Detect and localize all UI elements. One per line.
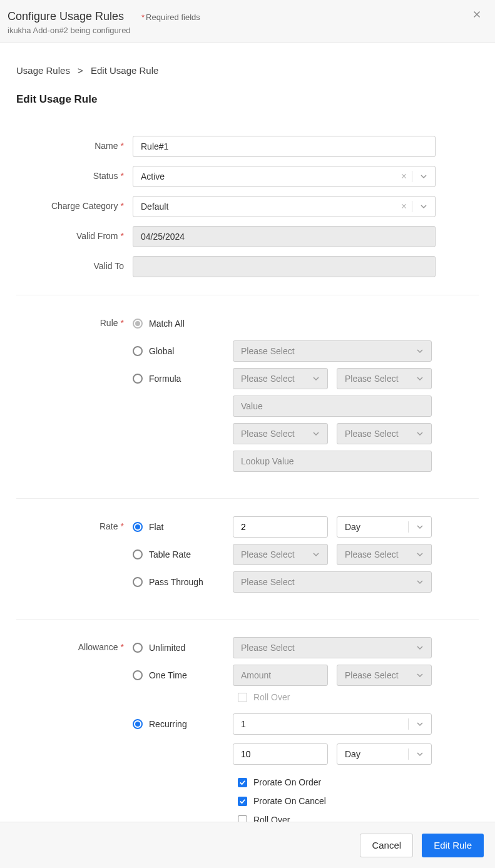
allowance-onetime-select: Please Select [337,665,432,686]
label-rate: Rate* [16,516,133,531]
radio-icon [133,549,143,559]
formula-value-input [233,396,432,417]
label-valid-to: Valid To [16,256,133,271]
rollover-checkbox[interactable] [238,815,247,822]
label-status: Status* [16,166,133,181]
rule-global-select: Please Select [233,340,432,362]
label-name: Name* [16,136,133,151]
radio-icon [133,643,143,653]
label-allowance: Allowance* [16,637,133,652]
recurring-qty-select[interactable]: 1 [233,713,432,735]
chevron-down-icon [309,375,324,382]
prorate-cancel-checkbox[interactable] [238,797,247,806]
chevron-down-icon [412,720,427,728]
radio-icon [133,522,143,532]
formula-select-4: Please Select [337,423,432,444]
allowance-recurring-option[interactable]: Recurring [133,719,233,729]
rate-passthrough-select: Please Select [233,571,432,593]
chevron-down-icon [416,173,431,180]
breadcrumb-chevron: > [78,65,83,76]
recurring-amount-input[interactable] [233,743,328,765]
valid-from-input [133,226,436,247]
rate-table-select-1: Please Select [233,544,328,565]
dialog-subtitle: ikukha Add-on#2 being configured [8,26,482,35]
dialog-footer: Cancel Edit Rule [0,822,495,868]
chevron-down-icon [412,523,427,531]
charge-category-select[interactable]: Default × [133,196,436,217]
chevron-down-icon [412,551,427,558]
rate-flat-option[interactable]: Flat [133,522,233,532]
breadcrumb-root[interactable]: Usage Rules [16,65,70,76]
rate-passthrough-option[interactable]: Pass Through [133,577,233,587]
label-valid-from: Valid From* [16,226,133,241]
status-select[interactable]: Active × [133,166,436,187]
radio-icon [133,319,143,329]
chevron-down-icon [412,644,427,651]
name-input[interactable] [133,136,436,157]
valid-to-input [133,256,436,277]
rollover-label: Roll Over [253,815,290,822]
chevron-down-icon [412,347,427,355]
page-title: Edit Usage Rule [16,93,479,106]
section-rule: Rule* Match All Global Please Select [16,313,479,499]
clear-icon[interactable]: × [400,201,408,212]
rollover-onetime-checkbox [238,693,247,702]
prorate-order-label: Prorate On Order [253,777,321,787]
formula-lookup-input [233,451,432,472]
required-fields-hint: *Required fields [141,13,200,22]
chevron-down-icon [412,578,427,586]
radio-icon [133,346,143,356]
radio-icon [133,577,143,587]
radio-icon [133,374,143,384]
clear-icon[interactable]: × [400,171,408,182]
rate-table-option[interactable]: Table Rate [133,549,233,559]
allowance-unlimited-option[interactable]: Unlimited [133,643,233,653]
dialog-header: Configure Usage Rules *Required fields i… [0,0,495,43]
rate-table-select-2: Please Select [337,544,432,565]
label-charge-category: Charge Category* [16,196,133,211]
breadcrumb: Usage Rules > Edit Usage Rule [16,65,479,76]
label-rule: Rule* [16,313,133,328]
radio-icon [133,670,143,680]
allowance-amount-input [233,665,328,686]
close-icon[interactable] [471,9,485,23]
chevron-down-icon [412,375,427,382]
content-scroll[interactable]: Usage Rules > Edit Usage Rule Edit Usage… [0,46,495,822]
rule-formula-option[interactable]: Formula [133,374,233,384]
dialog-title: Configure Usage Rules [8,10,124,23]
chevron-down-icon [412,430,427,437]
rule-match-all-option: Match All [133,319,233,329]
rate-flat-value-input[interactable] [233,516,328,538]
chevron-down-icon [309,551,324,558]
recurring-unit-select[interactable]: Day [337,743,432,765]
rule-global-option[interactable]: Global [133,346,233,356]
chevron-down-icon [412,750,427,758]
breadcrumb-current: Edit Usage Rule [91,65,158,76]
formula-select-2: Please Select [337,368,432,389]
rate-flat-unit-select[interactable]: Day [337,516,432,538]
section-rate: Rate* Flat Day [16,516,479,620]
section-allowance: Allowance* Unlimited Please Select O [16,637,479,822]
submit-button[interactable]: Edit Rule [422,834,484,857]
allowance-onetime-option[interactable]: One Time [133,670,233,680]
formula-select-3: Please Select [233,423,328,444]
section-basic: Name* Status* Active × Charge Category* … [16,136,479,295]
cancel-button[interactable]: Cancel [360,834,413,857]
chevron-down-icon [412,671,427,679]
radio-icon [133,719,143,729]
prorate-cancel-label: Prorate On Cancel [253,796,326,806]
prorate-order-checkbox[interactable] [238,778,247,787]
chevron-down-icon [416,203,431,210]
allowance-unlimited-select: Please Select [233,637,432,658]
rollover-onetime-label: Roll Over [253,692,290,702]
formula-select-1: Please Select [233,368,328,389]
chevron-down-icon [309,430,324,437]
